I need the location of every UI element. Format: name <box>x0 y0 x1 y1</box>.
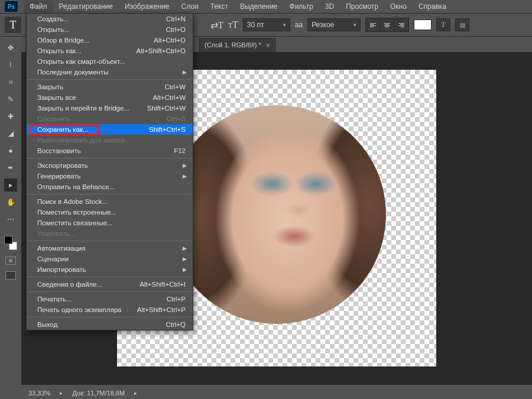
menu-текст[interactable]: Текст <box>205 1 234 12</box>
menu-item-shortcut: Ctrl+O <box>166 26 186 33</box>
tool-preset-button[interactable]: T <box>5 17 21 33</box>
align-left-button[interactable] <box>366 18 380 31</box>
menu-редактирование[interactable]: Редактирование <box>53 1 119 12</box>
menu-item-shortcut: F12 <box>174 147 186 154</box>
close-icon[interactable]: × <box>266 41 271 50</box>
menu-item-shortcut: Alt+Ctrl+W <box>153 94 186 101</box>
menu-item-label: Сведения о файле... <box>37 281 102 288</box>
menu-item[interactable]: Импортировать▶ <box>27 264 193 275</box>
document-tab-title: (Слой 1, RGB/8#) * <box>205 41 261 48</box>
healing-tool-icon[interactable]: ✚ <box>4 110 17 123</box>
menu-item-label: Отправить на Behance... <box>37 183 115 190</box>
submenu-arrow-icon: ▶ <box>183 245 187 251</box>
menu-item-shortcut: Shift+Ctrl+W <box>147 105 186 112</box>
anti-alias-select[interactable]: Резкое▾ <box>307 18 361 31</box>
menu-item[interactable]: Экспортировать▶ <box>27 160 193 171</box>
menu-item[interactable]: Открыть как смарт-объект... <box>27 56 193 67</box>
menu-просмотр[interactable]: Просмотр <box>340 1 384 12</box>
menu-separator <box>27 277 193 277</box>
lasso-tool-icon[interactable]: ⌇ <box>4 59 17 72</box>
menu-item-label: Автоматизация <box>37 245 86 252</box>
chevron-down-icon: ▾ <box>283 22 286 28</box>
menu-item-label: Последние документы <box>37 69 108 76</box>
menu-item-shortcut: Alt+Shift+Ctrl+P <box>137 306 186 313</box>
menu-item: Разблокировать для записи... <box>27 135 193 145</box>
path-selection-tool-icon[interactable]: ▸ <box>4 179 17 192</box>
menu-item[interactable]: Печатать...Ctrl+P <box>27 294 193 304</box>
menu-item: СохранитьCtrl+S <box>27 113 193 124</box>
menu-item[interactable]: Печать одного экземпляраAlt+Shift+Ctrl+P <box>27 304 193 315</box>
text-color-swatch[interactable] <box>414 20 432 30</box>
anti-alias-label: aа <box>295 21 303 29</box>
menu-item[interactable]: Сохранить как...Shift+Ctrl+S <box>27 124 193 135</box>
menu-изображение[interactable]: Изображение <box>119 1 176 12</box>
menu-слои[interactable]: Слои <box>176 1 205 12</box>
menu-item[interactable]: Последние документы▶ <box>27 67 193 77</box>
menu-item[interactable]: Автоматизация▶ <box>27 243 193 254</box>
menu-item[interactable]: Генерировать▶ <box>27 171 193 181</box>
menu-item[interactable]: ЗакрытьCtrl+W <box>27 82 193 92</box>
quick-mask-toggle[interactable] <box>5 257 16 265</box>
menu-item[interactable]: Открыть как...Alt+Shift+Ctrl+O <box>27 46 193 56</box>
menu-item[interactable]: Отправить на Behance... <box>27 181 193 192</box>
eyedropper-tool-icon[interactable]: ✎ <box>4 93 17 106</box>
menu-окно[interactable]: Окно <box>384 1 413 12</box>
chevron-down-icon: ▾ <box>353 22 356 28</box>
menu-item[interactable]: Поиск в Adobe Stock... <box>27 196 193 207</box>
menu-item[interactable]: Закрыть и перейти в Bridge...Shift+Ctrl+… <box>27 103 193 113</box>
pen-tool-icon[interactable]: ✒ <box>4 161 17 174</box>
document-tab[interactable]: (Слой 1, RGB/8#) * × <box>199 38 276 52</box>
font-size-select[interactable]: 30 пт▾ <box>243 18 290 31</box>
crop-tool-icon[interactable]: ⌗ <box>4 76 17 89</box>
character-panel-button[interactable]: ▤ <box>455 18 469 31</box>
menu-item-label: Открыть как смарт-объект... <box>37 58 125 65</box>
menu-item: Упаковать... <box>27 228 193 239</box>
edit-toolbar-icon[interactable]: ⋯ <box>4 213 17 226</box>
menu-item[interactable]: Поместить встроенные... <box>27 207 193 218</box>
menu-файл[interactable]: Файл <box>24 1 53 12</box>
foreground-color-swatch[interactable] <box>4 236 12 244</box>
foreground-background-swatches[interactable] <box>4 236 17 250</box>
move-tool-icon[interactable]: ✥ <box>4 41 17 54</box>
submenu-arrow-icon: ▶ <box>183 69 187 75</box>
zoom-level[interactable]: 33,33% <box>28 390 50 397</box>
menu-separator <box>27 317 193 317</box>
menu-item-label: Разблокировать для записи... <box>37 137 131 144</box>
menu-выделение[interactable]: Выделение <box>234 1 284 12</box>
info-menu-icon[interactable]: ▸ <box>134 390 137 396</box>
document-info[interactable]: Док: 11,7M/18,8M <box>72 390 125 397</box>
menu-item-label: Сценарии <box>37 255 69 262</box>
menu-item[interactable]: Сценарии▶ <box>27 254 193 264</box>
file-menu-dropdown: Создать...Ctrl+NОткрыть...Ctrl+OОбзор в … <box>26 13 193 330</box>
menu-item-label: Генерировать <box>37 173 81 180</box>
gradient-tool-icon[interactable]: ◢ <box>4 127 17 140</box>
blur-tool-icon[interactable]: ● <box>4 144 17 157</box>
menu-item-shortcut: Ctrl+W <box>165 83 186 90</box>
menu-item-label: Открыть... <box>37 26 70 33</box>
menu-справка[interactable]: Справка <box>413 1 452 12</box>
menu-item-label: Поместить связанные... <box>37 219 112 226</box>
zoom-menu-icon[interactable]: ▸ <box>60 390 63 396</box>
menu-separator <box>27 158 193 158</box>
align-center-button[interactable] <box>380 18 394 31</box>
menu-item[interactable]: Обзор в Bridge...Alt+Ctrl+O <box>27 35 193 46</box>
menu-item-label: Сохранить <box>37 115 71 122</box>
menu-item[interactable]: Создать...Ctrl+N <box>27 14 193 24</box>
menu-item-label: Открыть как... <box>37 47 82 54</box>
text-orientation-icon[interactable]: ⇄T <box>210 18 223 31</box>
screen-mode-button[interactable] <box>5 271 16 280</box>
menu-item-label: Закрыть и перейти в Bridge... <box>37 105 129 112</box>
warp-text-button[interactable]: T <box>436 18 450 31</box>
menu-фильтр[interactable]: Фильтр <box>284 1 319 12</box>
hand-tool-icon[interactable]: ✋ <box>4 196 17 209</box>
tool-palette: ✥ ⌇ ⌗ ✎ ✚ ◢ ● ✒ ▸ ✋ ⋯ <box>2 39 19 280</box>
menu-item[interactable]: Закрыть всеAlt+Ctrl+W <box>27 92 193 103</box>
align-right-button[interactable] <box>394 18 408 31</box>
menu-3d[interactable]: 3D <box>319 1 340 12</box>
menu-item-label: Импортировать <box>37 266 86 273</box>
menu-item[interactable]: Открыть...Ctrl+O <box>27 24 193 35</box>
menu-item[interactable]: Поместить связанные... <box>27 218 193 228</box>
menu-item[interactable]: ВыходCtrl+Q <box>27 319 193 330</box>
menu-item[interactable]: Сведения о файле...Alt+Shift+Ctrl+I <box>27 279 193 290</box>
menu-item[interactable]: ВосстановитьF12 <box>27 145 193 156</box>
